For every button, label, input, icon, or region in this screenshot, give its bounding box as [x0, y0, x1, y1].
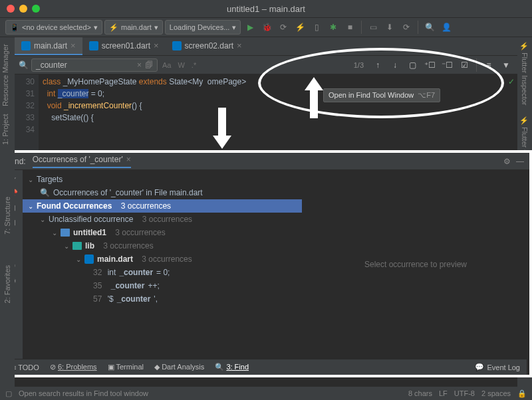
tab-resource-manager[interactable]: Resource Manager: [1, 44, 13, 106]
find-tree[interactable]: ⌄Targets 🔍 Occurrences of '_counter' in …: [23, 170, 302, 359]
history-icon[interactable]: 🗐: [145, 60, 153, 70]
status-chars: 8 chars: [408, 389, 432, 398]
left-toolwindow-bar: 1: Project Resource Manager: [0, 37, 15, 150]
next-match-button[interactable]: ↓: [388, 58, 402, 72]
settings-icon[interactable]: ≡: [481, 58, 496, 72]
tab-problems[interactable]: ⊘ 6: Problems: [50, 363, 97, 371]
find-bar: 🔍 _counter ×🗐 Aa W .* 1/3 ↑ ↓ ▢ ⁺☐ ⁻☐ ☑ …: [15, 56, 517, 74]
sdk-button[interactable]: ⬇: [382, 20, 397, 35]
open-find-window-button[interactable]: ▢: [405, 58, 420, 72]
folder-icon: [72, 242, 82, 250]
tab-terminal[interactable]: ▣ Terminal: [108, 363, 144, 371]
tree-unclassified[interactable]: ⌄Unclassified occurrence 3 occurrences: [23, 213, 302, 226]
regex-toggle[interactable]: .*: [190, 61, 198, 69]
close-icon[interactable]: ×: [237, 41, 242, 50]
run-button[interactable]: ▶: [243, 20, 257, 35]
left-toolwindow-bar-lower: 7: Structure 2: Favorites: [0, 150, 15, 387]
editor-tab-main[interactable]: main.dart ×: [15, 37, 82, 55]
close-icon[interactable]: ×: [154, 41, 159, 50]
add-selection-button[interactable]: ⁺☐: [422, 58, 437, 72]
hide-icon[interactable]: —: [516, 157, 524, 166]
tree-targets[interactable]: ⌄Targets: [23, 173, 302, 186]
tab-dart-analysis[interactable]: ◆ Dart Analysis: [154, 363, 204, 371]
gear-icon[interactable]: ⚙: [503, 157, 511, 166]
match-case-toggle[interactable]: Aa: [160, 61, 173, 69]
statusbar: ▢ Open search results in Find tool windo…: [0, 387, 532, 400]
tab-todo[interactable]: ≡ TODO: [12, 363, 39, 371]
window-maximize[interactable]: [32, 5, 40, 13]
avatar-icon[interactable]: 👤: [439, 20, 454, 35]
lock-icon[interactable]: 🔒: [517, 389, 527, 398]
code-area[interactable]: class _MyHomePageState extends State<My …: [39, 74, 517, 150]
tab-project[interactable]: 1: Project: [1, 114, 13, 145]
window-close[interactable]: [7, 5, 15, 13]
select-all-button[interactable]: ☑: [457, 58, 471, 72]
search-icon: 🔍: [19, 60, 29, 70]
debug-button[interactable]: 🐞: [259, 20, 274, 35]
main-toolbar: 📱 <no device selected> ▾ ⚡ main.dart ▾ L…: [0, 17, 532, 37]
phone-icon: 📱: [10, 23, 19, 32]
filter-icon[interactable]: ▼: [499, 58, 513, 72]
gutter: 30 31 32 33 34: [15, 74, 39, 150]
editor-tab-screen01[interactable]: screen01.dart ×: [82, 37, 166, 55]
code-editor[interactable]: 30 31 32 33 34 class _MyHomePageState ex…: [15, 74, 517, 150]
tab-favorites[interactable]: 2: Favorites: [3, 262, 12, 306]
find-toolwindow-header: Find: Occurrences of '_counter' × ⚙ —: [3, 153, 529, 170]
dart-icon: [89, 41, 98, 50]
stop-button[interactable]: ■: [342, 20, 357, 35]
tree-query[interactable]: 🔍 Occurrences of '_counter' in File main…: [23, 186, 302, 199]
window-minimize[interactable]: [19, 5, 27, 13]
tab-find[interactable]: 🔍 3: Find: [215, 363, 249, 371]
flash-button[interactable]: ⚡: [293, 20, 307, 35]
titlebar: untitled1 – main.dart: [0, 0, 532, 17]
clear-icon[interactable]: ×: [137, 60, 142, 70]
chevron-down-icon: ▾: [94, 23, 98, 32]
tree-found[interactable]: ⌄Found Occurrences 3 occurrences: [23, 199, 302, 213]
window-title: untitled1 – main.dart: [227, 4, 305, 14]
close-icon[interactable]: ×: [126, 155, 131, 164]
tree-file[interactable]: ⌄main.dart 3 occurrences: [23, 252, 302, 266]
inspection-ok-icon: ✓: [508, 77, 515, 86]
words-toggle[interactable]: W: [176, 61, 186, 69]
status-message: Open search results in Find tool window: [19, 389, 148, 397]
status-encoding[interactable]: UTF-8: [454, 389, 475, 398]
tree-project[interactable]: ⌄untitled1 3 occurrences: [23, 226, 302, 239]
tree-occurrence[interactable]: 57 '$_counter',: [23, 292, 302, 306]
chevron-down-icon: ▾: [232, 23, 236, 32]
editor-tab-screen02[interactable]: screen02.dart ×: [166, 37, 249, 55]
status-indent[interactable]: 2 spaces: [481, 389, 511, 398]
avd-button[interactable]: ▭: [366, 20, 380, 35]
tab-flutter-inspector[interactable]: ⚡Flutter Inspector: [520, 37, 530, 109]
close-icon[interactable]: ×: [70, 41, 76, 50]
project-icon: [61, 229, 70, 237]
tab-event-log[interactable]: 💬 Event Log: [475, 363, 520, 371]
chevron-down-icon: ▾: [154, 23, 158, 32]
remove-selection-button[interactable]: ⁻☐: [440, 58, 454, 72]
find-results-tab[interactable]: Occurrences of '_counter' ×: [33, 155, 131, 168]
loading-devices[interactable]: Loading Devices... ▾: [165, 20, 241, 35]
dart-icon: [84, 254, 94, 264]
find-toolwindow: Find: Occurrences of '_counter' × ⚙ — ⟳ …: [0, 150, 532, 377]
tooltip: Open in Find Tool Window ⌥F7: [323, 88, 440, 102]
dart-icon: [172, 41, 182, 50]
search-button[interactable]: 🔍: [422, 20, 437, 35]
tab-structure[interactable]: 7: Structure: [3, 194, 12, 237]
editor-tabs: main.dart × screen01.dart × screen02.dar…: [15, 37, 517, 56]
flutter-attach-button[interactable]: ✱: [326, 20, 340, 35]
toolwindow-toggle-icon[interactable]: ▢: [5, 389, 12, 398]
match-count: 1/3: [354, 61, 364, 69]
tree-lib[interactable]: ⌄lib 3 occurrences: [23, 239, 302, 252]
bottom-panel-tabs: ≡ TODO ⊘ 6: Problems ▣ Terminal ◆ Dart A…: [5, 359, 527, 375]
sync-button[interactable]: ⟳: [399, 20, 414, 35]
find-preview: Select occurrence to preview: [302, 170, 529, 359]
profile-button[interactable]: ⟳: [276, 20, 291, 35]
status-lf[interactable]: LF: [439, 389, 448, 398]
tree-occurrence[interactable]: 35 _counter++;: [23, 279, 302, 292]
find-input[interactable]: _counter ×🗐: [31, 58, 158, 72]
run-config-selector[interactable]: ⚡ main.dart ▾: [104, 20, 163, 35]
flutter-icon: ⚡: [109, 23, 118, 32]
tree-occurrence[interactable]: 32 int _counter = 0;: [23, 266, 302, 279]
attach-button[interactable]: ▯: [309, 20, 324, 35]
prev-match-button[interactable]: ↑: [370, 58, 385, 72]
device-selector[interactable]: 📱 <no device selected> ▾: [5, 20, 102, 35]
